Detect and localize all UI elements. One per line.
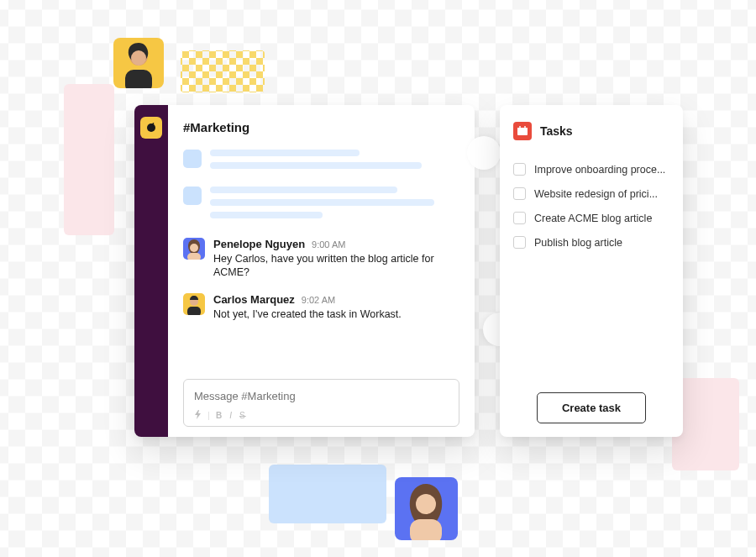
- workspace-icon[interactable]: [140, 117, 162, 139]
- decorative-block: [269, 465, 386, 523]
- message-placeholder: [183, 187, 459, 224]
- bold-button[interactable]: B: [216, 411, 223, 420]
- chat-message: Penelope Nguyen 9:00 AM Hey Carlos, have…: [183, 238, 459, 280]
- task-checkbox[interactable]: [513, 212, 526, 224]
- task-label: Improve onboarding proce...: [534, 164, 665, 176]
- format-toolbar: B I S: [194, 410, 449, 421]
- avatar: [183, 293, 205, 315]
- message-author[interactable]: Carlos Marquez: [213, 293, 295, 306]
- tasks-title: Tasks: [540, 124, 573, 138]
- decorative-block: [181, 50, 265, 92]
- svg-rect-8: [187, 253, 201, 260]
- task-checkbox[interactable]: [513, 163, 526, 176]
- decorative-block: [64, 84, 114, 235]
- channel-title[interactable]: #Marketing: [183, 120, 459, 134]
- message-composer[interactable]: B I S: [183, 379, 459, 427]
- chat-sidebar: [134, 105, 168, 437]
- tasks-panel: Tasks Improve onboarding proce... Websit…: [500, 105, 683, 437]
- message-text: Hey Carlos, have you written the blog ar…: [213, 252, 459, 280]
- task-label: Website redesign of prici...: [534, 188, 658, 200]
- message-placeholder: [183, 150, 459, 175]
- avatar: [113, 38, 164, 88]
- task-checkbox[interactable]: [513, 236, 526, 249]
- tasks-icon: [513, 122, 532, 140]
- message-time: 9:00 AM: [312, 239, 345, 250]
- message-time: 9:02 AM: [302, 295, 335, 305]
- task-checkbox[interactable]: [513, 187, 526, 200]
- svg-point-1: [131, 50, 146, 66]
- task-label: Create ACME blog article: [534, 213, 652, 224]
- svg-point-5: [147, 123, 155, 132]
- task-item[interactable]: Create ACME blog article: [513, 206, 669, 230]
- task-item[interactable]: Improve onboarding proce...: [513, 157, 669, 181]
- task-item[interactable]: Website redesign of prici...: [513, 181, 669, 206]
- svg-point-7: [190, 244, 198, 252]
- svg-rect-12: [517, 128, 528, 129]
- svg-point-13: [519, 126, 521, 128]
- avatar: [395, 477, 458, 540]
- svg-rect-2: [125, 70, 152, 88]
- strikethrough-button[interactable]: S: [239, 411, 246, 420]
- create-task-button[interactable]: Create task: [537, 392, 646, 423]
- italic-button[interactable]: I: [229, 411, 233, 420]
- task-item[interactable]: Publish blog article: [513, 230, 669, 255]
- avatar: [183, 238, 205, 260]
- svg-rect-4: [410, 519, 442, 540]
- task-label: Publish blog article: [534, 237, 622, 249]
- lightning-icon[interactable]: [194, 410, 202, 421]
- message-input[interactable]: [194, 390, 449, 402]
- chat-message: Carlos Marquez 9:02 AM Not yet, I've cre…: [183, 293, 459, 321]
- svg-rect-10: [187, 307, 201, 315]
- message-author[interactable]: Penelope Nguyen: [213, 238, 305, 250]
- puzzle-connector-icon: [467, 136, 501, 170]
- svg-point-14: [524, 126, 526, 128]
- chat-panel: #Marketing Penelope Nguyen: [134, 105, 475, 437]
- message-text: Not yet, I've created the task in Workas…: [213, 307, 459, 321]
- svg-point-3: [416, 494, 436, 514]
